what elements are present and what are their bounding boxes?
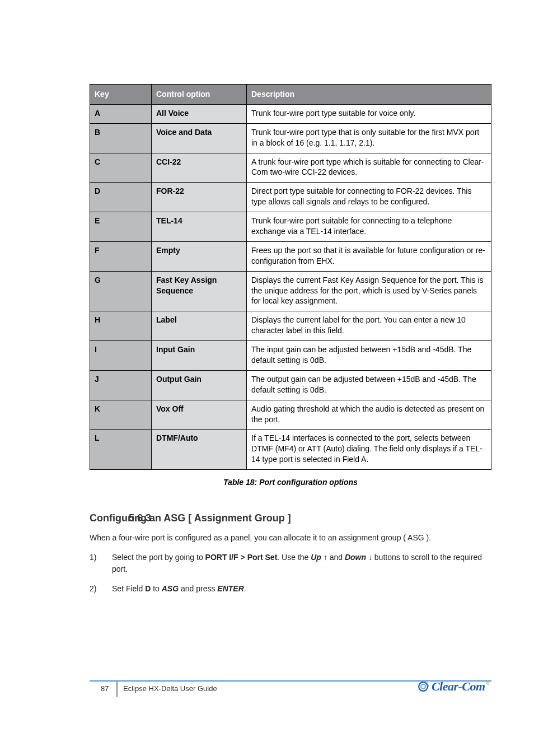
cell-control: Empty	[152, 241, 247, 271]
table-row: HLabelDisplays the current label for the…	[90, 311, 491, 341]
th-description: Description	[247, 85, 491, 105]
port-config-table: Key Control option Description AAll Voic…	[90, 84, 491, 470]
cell-control: FOR-22	[152, 183, 247, 212]
cell-control: TEL-14	[152, 212, 247, 242]
cell-control: Label	[152, 311, 247, 341]
cell-description: Trunk four-wire port suitable for connec…	[247, 212, 491, 242]
cell-key: J	[90, 370, 152, 400]
cell-key: E	[90, 212, 152, 242]
step-text: Select the port by going to PORT I/F > P…	[112, 552, 491, 575]
section-paragraph: When a four-wire port is configured as a…	[90, 532, 491, 544]
table-row: CCCI-22A trunk four-wire port type which…	[90, 153, 491, 183]
table-header-row: Key Control option Description	[90, 85, 491, 105]
table-row: IInput GainThe input gain can be adjuste…	[90, 341, 491, 371]
cell-control: Fast Key Assign Sequence	[152, 271, 247, 311]
cell-control: Input Gain	[152, 341, 247, 371]
cell-description: A trunk four-wire port type which is sui…	[247, 153, 491, 183]
steps-list: 1 Select the port by going to PORT I/F >…	[90, 552, 491, 595]
table-row: DFOR-22Direct port type suitable for con…	[90, 183, 491, 212]
logo-text: Clear-Com	[432, 679, 485, 694]
cell-description: Audio gating threshold at which the audi…	[247, 400, 491, 430]
cell-key: A	[90, 104, 152, 123]
table-caption: Table 18: Port configuration options	[90, 478, 491, 487]
page-number: 87	[101, 684, 109, 693]
footer-separator	[116, 680, 118, 697]
table-row: AAll VoiceTrunk four-wire port type suit…	[90, 104, 491, 123]
cell-description: Displays the current Fast Key Assign Seq…	[247, 271, 491, 311]
table-row: LDTMF/AutoIf a TEL-14 interfaces is conn…	[90, 430, 491, 470]
cell-description: The output gain can be adjusted between …	[247, 370, 491, 400]
cell-key: G	[90, 271, 152, 311]
svg-point-1	[421, 684, 425, 689]
cell-key: D	[90, 183, 152, 212]
step-index: 1	[90, 552, 112, 575]
cell-key: I	[90, 341, 152, 371]
cell-description: Trunk four-wire port type suitable for v…	[247, 104, 491, 123]
cell-key: L	[90, 430, 152, 470]
step-item: 2 Set Field D to ASG and press ENTER.	[90, 583, 491, 595]
cell-key: F	[90, 241, 152, 271]
cell-key: B	[90, 123, 152, 153]
step-text: Set Field D to ASG and press ENTER.	[112, 583, 491, 595]
cell-description: Trunk four-wire port type that is only s…	[247, 123, 491, 153]
cell-key: H	[90, 311, 152, 341]
cell-key: C	[90, 153, 152, 183]
cell-control: Voice and Data	[152, 123, 247, 153]
section-number: 5.6.3	[129, 512, 151, 524]
table-row: KVox OffAudio gating threshold at which …	[90, 400, 491, 430]
step-index: 2	[90, 583, 112, 595]
th-key: Key	[90, 85, 152, 105]
cell-control: Output Gain	[152, 370, 247, 400]
cell-key: K	[90, 400, 152, 430]
table-row: FEmptyFrees up the port so that it is av…	[90, 241, 491, 271]
registered-mark: ®	[486, 680, 490, 686]
doc-title: Eclipse HX-Delta User Guide	[123, 684, 217, 693]
table-row: ETEL-14Trunk four-wire port suitable for…	[90, 212, 491, 242]
svg-point-0	[419, 682, 428, 691]
th-control: Control option	[152, 85, 247, 105]
cell-description: If a TEL-14 interfaces is connected to t…	[247, 430, 491, 470]
cell-description: Displays the current label for the port.…	[247, 311, 491, 341]
section-title: Configuring an ASG [ Assignment Group ]	[90, 512, 291, 524]
brand-logo: Clear-Com ®	[417, 678, 490, 696]
logo-icon	[417, 680, 429, 693]
cell-description: Direct port type suitable for connecting…	[247, 183, 491, 212]
cell-description: Frees up the port so that it is availabl…	[247, 241, 491, 271]
cell-control: CCI-22	[152, 153, 247, 183]
table-row: JOutput GainThe output gain can be adjus…	[90, 370, 491, 400]
table-row: BVoice and DataTrunk four-wire port type…	[90, 123, 491, 153]
cell-description: The input gain can be adjusted between +…	[247, 341, 491, 371]
table-row: GFast Key Assign SequenceDisplays the cu…	[90, 271, 491, 311]
cell-control: DTMF/Auto	[152, 430, 247, 470]
step-item: 1 Select the port by going to PORT I/F >…	[90, 552, 491, 575]
cell-control: All Voice	[152, 104, 247, 123]
cell-control: Vox Off	[152, 400, 247, 430]
